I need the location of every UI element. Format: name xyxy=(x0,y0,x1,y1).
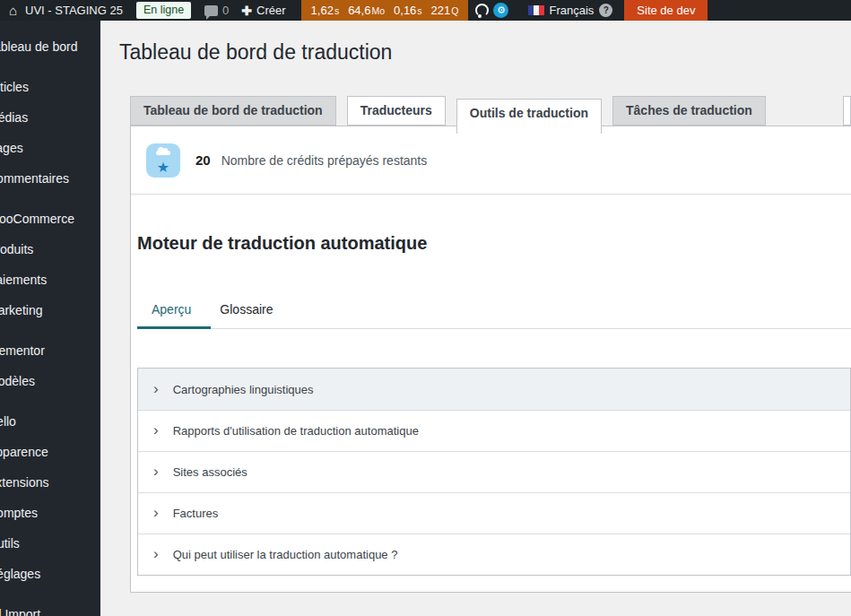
french-flag-icon xyxy=(528,5,543,15)
comment-bubble-icon xyxy=(204,5,218,16)
qm-query-count: 221Q xyxy=(431,4,459,17)
sidebar-item-elementor[interactable]: Elementor xyxy=(0,335,100,366)
sidebar-item-comments[interactable]: Commentaires xyxy=(0,163,100,194)
admin-bar: ⌂ UVI - STAGING 25 En ligne 0 ✚ Créer 1,… xyxy=(0,0,851,21)
admin-sidebar: Tableau de bord Articles Médias Pages Co… xyxy=(0,21,100,616)
plus-icon: ✚ xyxy=(241,4,252,17)
tab-translation-tools[interactable]: Outils de traduction xyxy=(456,99,602,134)
gear-icon[interactable]: ⚙ xyxy=(493,3,508,18)
sidebar-item-settings[interactable]: Réglages xyxy=(0,559,100,589)
engine-subtabs: Aperçu Glossaire xyxy=(137,295,851,329)
sidebar-item-plugins[interactable]: Extensions xyxy=(0,467,100,498)
sidebar-item-templates[interactable]: Modèles xyxy=(0,366,100,396)
chevron-right-icon: › xyxy=(153,422,159,438)
sidebar-item-woocommerce[interactable]: WooCommerce xyxy=(0,204,100,234)
sidebar-item-tools[interactable]: Outils xyxy=(0,528,100,559)
comments-menu[interactable]: 0 xyxy=(198,0,235,21)
sidebar-item-payments[interactable]: Paiements xyxy=(0,265,100,295)
chevron-right-icon: › xyxy=(153,464,159,479)
sidebar-item-all-import[interactable]: All Import xyxy=(0,599,100,616)
admin-menu: Tableau de bord Articles Médias Pages Co… xyxy=(0,31,100,616)
sidebar-item-dashboard[interactable]: Tableau de bord xyxy=(0,31,100,62)
section-title: Moteur de traduction automatique xyxy=(137,233,851,254)
sidebar-item-marketing[interactable]: Marketing xyxy=(0,295,100,325)
qm-memory: 64,6Mo xyxy=(348,4,385,17)
sidebar-item-posts[interactable]: Articles xyxy=(0,72,100,102)
accordion-row-usage-reports[interactable]: › Rapports d'utilisation de traduction a… xyxy=(138,410,850,451)
tab-cutoff[interactable] xyxy=(843,96,851,126)
chevron-right-icon: › xyxy=(153,546,159,561)
environment-badge[interactable]: Site de dev xyxy=(624,0,708,21)
credits-row: ★ 20 Nombre de crédits prépayés restants xyxy=(131,126,851,195)
language-label: Français xyxy=(549,4,594,17)
sidebar-item-media[interactable]: Médias xyxy=(0,102,100,133)
sidebar-item-products[interactable]: Produits xyxy=(0,234,100,265)
accordion-row-who-can-use[interactable]: › Qui peut utiliser la traduction automa… xyxy=(138,534,850,575)
site-name-link[interactable]: UVI - STAGING 25 xyxy=(23,0,129,21)
chevron-right-icon: › xyxy=(153,381,159,396)
comments-count: 0 xyxy=(222,4,229,17)
sidebar-item-appearance[interactable]: Apparence xyxy=(0,437,100,467)
query-monitor-summary[interactable]: 1,62s 64,6Mo 0,16s 221Q xyxy=(301,0,469,21)
accordion-row-language-mappings[interactable]: › Cartographies linguistiques xyxy=(138,369,850,410)
sidebar-item-hello[interactable]: Hello xyxy=(0,406,100,437)
translation-tools-panel: ★ 20 Nombre de crédits prépayés restants… xyxy=(130,126,851,593)
active-subtab-underline xyxy=(137,326,211,329)
star-icon: ★ xyxy=(146,161,180,175)
tab-translators[interactable]: Traducteurs xyxy=(347,96,446,126)
subtab-overview[interactable]: Aperçu xyxy=(137,295,205,328)
q-shaped-plugin-icon[interactable] xyxy=(475,4,489,17)
credits-count: 20 xyxy=(195,152,211,168)
chevron-right-icon: › xyxy=(153,505,159,520)
online-status-badge[interactable]: En ligne xyxy=(136,2,191,19)
new-content-menu[interactable]: ✚ Créer xyxy=(235,0,291,21)
subtab-glossary[interactable]: Glossaire xyxy=(205,295,287,328)
qm-page-time: 1,62s xyxy=(311,4,340,17)
help-icon[interactable]: ? xyxy=(599,4,612,17)
language-switcher[interactable]: Français ? xyxy=(516,0,619,21)
tab-translation-dashboard[interactable]: Tableau de bord de traduction xyxy=(130,96,336,126)
accordion: › Cartographies linguistiques › Rapports… xyxy=(137,368,851,576)
page-title: Tableau de bord de traduction xyxy=(119,40,392,65)
create-label: Créer xyxy=(256,4,286,17)
qm-db-time: 0,16s xyxy=(394,4,422,17)
cloud-icon xyxy=(156,151,170,155)
accordion-row-invoices[interactable]: › Factures xyxy=(138,492,850,534)
sidebar-item-accounts[interactable]: Comptes xyxy=(0,498,100,528)
credits-star-icon: ★ xyxy=(146,143,180,178)
top-tabs: Tableau de bord de traduction Traducteur… xyxy=(130,96,851,134)
accordion-row-associated-sites[interactable]: › Sites associés xyxy=(138,451,850,492)
home-icon[interactable]: ⌂ xyxy=(0,0,23,21)
tab-translation-jobs[interactable]: Tâches de traduction xyxy=(612,96,766,126)
credits-label: Nombre de crédits prépayés restants xyxy=(221,153,428,168)
automatic-translation-section: Moteur de traduction automatique Aperçu … xyxy=(131,233,851,576)
sidebar-item-pages[interactable]: Pages xyxy=(0,133,100,163)
main-content: Tableau de bord de traduction Tableau de… xyxy=(100,21,851,616)
